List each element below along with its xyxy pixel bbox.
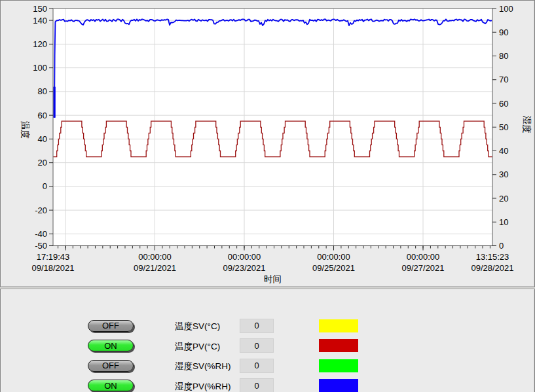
svg-text:50: 50 bbox=[499, 122, 508, 132]
channel-label-temp-pv: 温度PV(°C) bbox=[175, 341, 220, 353]
svg-text:09/21/2021: 09/21/2021 bbox=[134, 263, 176, 273]
svg-text:100: 100 bbox=[499, 4, 513, 14]
svg-text:17:19:43: 17:19:43 bbox=[37, 252, 70, 262]
chart-panel: 150140120100806040200-20-40-501009080706… bbox=[0, 0, 535, 287]
svg-text:00:00:00: 00:00:00 bbox=[138, 252, 172, 262]
color-swatch-humid-sv[interactable] bbox=[319, 359, 358, 372]
svg-text:-20: -20 bbox=[35, 205, 47, 215]
x-axis-title: 时间 bbox=[264, 274, 282, 284]
svg-text:150: 150 bbox=[33, 4, 47, 14]
value-indicator-temp-sv: 0 bbox=[240, 319, 274, 333]
svg-text:90: 90 bbox=[499, 27, 508, 37]
svg-text:70: 70 bbox=[499, 75, 508, 84]
svg-text:09/27/2021: 09/27/2021 bbox=[401, 263, 444, 273]
svg-text:09/23/2021: 09/23/2021 bbox=[223, 263, 265, 273]
control-panel: 开关 名称 值 颜色 时间 OFF 温度SV(°C) 0 ON 温度PV(°C)… bbox=[0, 289, 535, 392]
svg-text:60: 60 bbox=[38, 111, 47, 120]
svg-text:20: 20 bbox=[38, 158, 47, 168]
svg-text:09/28/2021: 09/28/2021 bbox=[471, 263, 513, 273]
svg-text:10: 10 bbox=[499, 217, 508, 227]
svg-text:0: 0 bbox=[499, 241, 504, 251]
color-swatch-temp-pv[interactable] bbox=[319, 339, 358, 352]
switch-button-humid-sv[interactable]: OFF bbox=[88, 360, 134, 372]
y-left-axis-title: 温度 bbox=[20, 121, 30, 139]
color-swatch-temp-sv[interactable] bbox=[319, 319, 358, 332]
svg-text:20: 20 bbox=[499, 194, 508, 204]
svg-text:09/18/2021: 09/18/2021 bbox=[31, 263, 74, 273]
channel-label-humid-sv: 湿度SV(%RH) bbox=[175, 361, 231, 372]
value-indicator-humid-sv: 0 bbox=[240, 359, 274, 373]
svg-text:09/25/2021: 09/25/2021 bbox=[312, 263, 355, 273]
value-indicator-temp-pv: 0 bbox=[240, 338, 274, 353]
svg-text:-50: -50 bbox=[35, 241, 47, 251]
svg-text:-40: -40 bbox=[35, 229, 47, 239]
svg-text:80: 80 bbox=[38, 86, 47, 96]
trend-chart: 150140120100806040200-20-40-501009080706… bbox=[1, 1, 534, 285]
svg-text:140: 140 bbox=[33, 16, 47, 26]
hmi-window: { "colors":{ "panel_bg":"#ebebeb", "plot… bbox=[0, 0, 535, 392]
svg-text:40: 40 bbox=[499, 146, 508, 156]
svg-text:40: 40 bbox=[38, 134, 47, 144]
svg-text:0: 0 bbox=[43, 181, 47, 191]
switch-button-humid-pv[interactable]: ON bbox=[88, 380, 134, 391]
svg-text:60: 60 bbox=[499, 99, 508, 109]
y-right-axis-title: 湿度 bbox=[522, 116, 532, 134]
svg-text:80: 80 bbox=[499, 51, 508, 61]
svg-text:120: 120 bbox=[33, 39, 47, 49]
svg-text:00:00:00: 00:00:00 bbox=[228, 252, 261, 262]
svg-text:30: 30 bbox=[499, 169, 508, 179]
svg-text:100: 100 bbox=[33, 63, 47, 73]
color-swatch-humid-pv[interactable] bbox=[319, 379, 358, 392]
channel-label-humid-pv: 湿度PV(%RH) bbox=[175, 381, 231, 392]
switch-button-temp-pv[interactable]: ON bbox=[88, 340, 134, 351]
svg-text:13:15:23: 13:15:23 bbox=[476, 252, 509, 262]
channel-label-temp-sv: 温度SV(°C) bbox=[175, 321, 220, 332]
value-indicator-humid-pv: 0 bbox=[240, 378, 274, 392]
svg-text:00:00:00: 00:00:00 bbox=[407, 252, 440, 262]
switch-button-temp-sv[interactable]: OFF bbox=[88, 320, 134, 332]
svg-text:00:00:00: 00:00:00 bbox=[317, 252, 350, 262]
